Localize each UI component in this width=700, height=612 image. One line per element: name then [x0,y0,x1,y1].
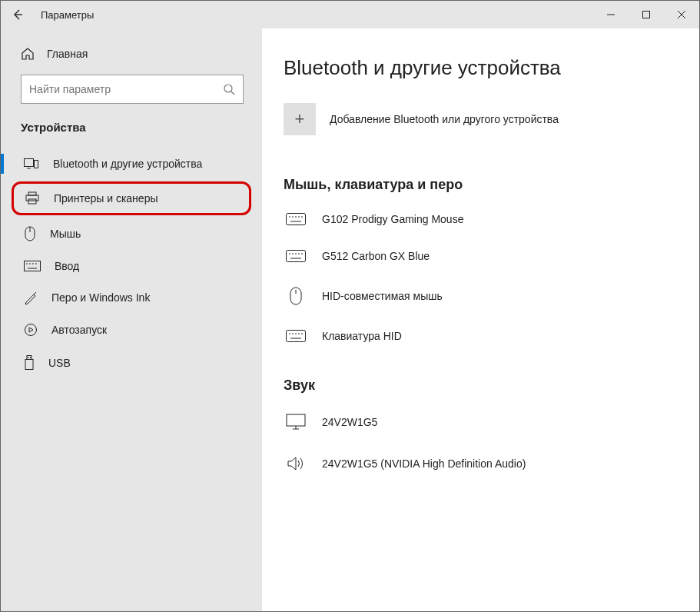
svg-line-5 [231,91,234,95]
close-icon [677,10,686,19]
sidebar-item-label: Ввод [55,260,79,272]
page-title: Bluetooth и другие устройства [284,56,668,80]
device-item[interactable]: G512 Carbon GX Blue [284,242,668,279]
section-mouse-keyboard-pen: Мышь, клавиатура и перо [284,177,668,193]
device-item[interactable]: Клавиатура HID [284,322,668,359]
add-device-button[interactable]: + [284,103,316,135]
svg-rect-22 [27,356,32,360]
mouse-icon [24,226,36,241]
svg-point-4 [224,85,232,92]
printer-icon [25,191,40,205]
sidebar-item-typing[interactable]: Ввод [1,251,262,281]
svg-rect-49 [287,414,305,426]
main-content: Bluetooth и другие устройства + Добавлен… [262,28,699,611]
devices-icon [24,157,39,171]
search-input[interactable]: Найти параметр [21,75,244,104]
close-button[interactable] [664,1,699,28]
svg-rect-33 [287,251,306,262]
home-icon [21,47,35,61]
window-controls [593,1,699,28]
arrow-left-icon [12,8,24,21]
svg-point-21 [25,324,37,336]
device-item[interactable]: 24V2W1G5 (NVIDIA High Definition Audio) [284,447,668,489]
svg-rect-42 [287,331,306,342]
sidebar-section-title: Устройства [1,115,262,148]
svg-rect-7 [35,161,38,168]
minimize-icon [606,10,615,19]
sidebar-item-pen[interactable]: Перо и Windows Ink [1,281,262,314]
keyboard-icon [286,250,306,262]
svg-line-20 [34,292,36,294]
settings-window: Параметры Главная Найти параметр Устройс… [0,0,700,612]
maximize-icon [642,10,651,19]
home-label: Главная [47,48,88,60]
svg-rect-6 [25,159,34,167]
device-label: G512 Carbon GX Blue [322,250,430,262]
window-title: Параметры [35,9,94,21]
maximize-button[interactable] [629,1,664,28]
sidebar-item-printers[interactable]: Принтеры и сканеры [12,181,251,215]
sidebar-item-usb[interactable]: USB [1,346,262,380]
keyboard-icon [24,261,41,271]
back-button[interactable] [1,1,35,28]
device-item[interactable]: HID-совместимая мышь [284,279,668,322]
sidebar-item-label: Автозапуск [51,324,107,336]
sidebar-nav: Bluetooth и другие устройства Принтеры и… [1,148,262,380]
keyboard-icon [286,330,306,342]
plus-icon: + [295,109,305,129]
device-label: 24V2W1G5 [322,416,377,428]
usb-icon [24,355,35,371]
svg-rect-9 [28,192,36,195]
minimize-button[interactable] [593,1,629,28]
sidebar-item-mouse[interactable]: Мышь [1,217,262,251]
device-item[interactable]: G102 Prodigy Gaming Mouse [284,205,668,242]
device-item[interactable]: 24V2W1G5 [284,406,668,447]
sidebar-item-autoplay[interactable]: Автозапуск [1,314,262,346]
svg-rect-10 [26,195,38,201]
sidebar-item-label: Принтеры и сканеры [54,192,158,205]
home-link[interactable]: Главная [1,42,262,72]
sidebar: Главная Найти параметр Устройства Blueto… [1,28,262,611]
device-label: 24V2W1G5 (NVIDIA High Definition Audio) [322,457,526,470]
add-device-label: Добавление Bluetooth или другого устройс… [330,113,559,125]
pen-icon [24,291,38,304]
keyboard-icon [286,213,306,225]
mouse-icon [289,287,303,305]
sidebar-item-label: Bluetooth и другие устройства [53,158,202,170]
device-label: HID-совместимая мышь [322,290,443,302]
search-placeholder: Найти параметр [29,83,111,95]
svg-rect-23 [25,360,33,370]
sidebar-item-label: Мышь [50,228,81,240]
device-label: Клавиатура HID [322,330,402,342]
titlebar: Параметры [1,1,699,28]
device-label: G102 Prodigy Gaming Mouse [322,213,463,225]
svg-rect-26 [287,214,306,225]
svg-rect-1 [643,12,650,18]
svg-rect-14 [25,261,41,271]
add-device-row[interactable]: + Добавление Bluetooth или другого устро… [284,103,668,135]
sidebar-item-label: USB [48,357,71,369]
svg-rect-11 [28,199,36,204]
speaker-icon [287,455,305,472]
sidebar-item-bluetooth[interactable]: Bluetooth и другие устройства [1,148,262,180]
search-icon [223,83,235,95]
autoplay-icon [24,323,38,337]
section-sound: Звук [284,378,668,394]
sidebar-item-label: Перо и Windows Ink [51,291,150,304]
monitor-icon [286,414,306,431]
